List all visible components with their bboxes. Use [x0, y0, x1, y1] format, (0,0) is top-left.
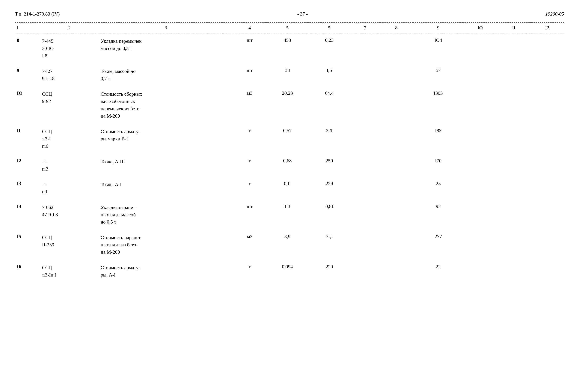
row-price: 64,4 — [308, 87, 350, 123]
row-price: I,5 — [308, 64, 350, 86]
table-header-row: I 2 3 4 5 5 7 8 9 IO II I2 — [15, 23, 564, 33]
row-id: 8 — [15, 34, 40, 63]
row-code: -"-п.I — [40, 177, 99, 199]
row-total: 277 — [413, 230, 463, 259]
row-total: 57 — [413, 64, 463, 86]
row-col12 — [530, 200, 564, 229]
row-code: ССЦII-239 — [40, 230, 99, 259]
row-id: I4 — [15, 200, 40, 229]
table-row: I47-66247-9-I.8Укладка парапет-ных плит … — [15, 200, 564, 229]
row-col8 — [380, 124, 413, 153]
row-col8 — [380, 155, 413, 176]
row-qty: 20,23 — [266, 87, 308, 123]
row-price: 229 — [308, 177, 350, 199]
row-col8 — [380, 34, 413, 63]
row-unit: т — [233, 124, 266, 153]
table-row: 87-44530-IOI.8Укладка перемычекмассой до… — [15, 34, 564, 63]
row-id: I6 — [15, 261, 40, 282]
row-col10 — [463, 261, 497, 282]
main-table: I 2 3 4 5 5 7 8 9 IO II I2 87-44530-IOI.… — [15, 22, 564, 282]
row-col10 — [463, 87, 497, 123]
row-col8 — [380, 261, 413, 282]
row-col8 — [380, 64, 413, 86]
row-qty: 38 — [266, 64, 308, 86]
header-title-left: Т.п. 214-1-270.83 (IV) — [15, 11, 60, 17]
row-col10 — [463, 34, 497, 63]
row-unit: т — [233, 177, 266, 199]
col-header-6: 5 — [308, 23, 350, 33]
row-total: I70 — [413, 155, 463, 176]
table-row: IIССЦт.3-Iп.6Стоимость армату-ры марки В… — [15, 124, 564, 153]
table-row: 97-I279-I-I.8То же, массой до0,7 тшт38I,… — [15, 64, 564, 86]
row-spacer — [15, 199, 564, 200]
row-spacer — [15, 86, 564, 87]
row-id: I3 — [15, 177, 40, 199]
row-code: ССЦт.3-Iп.I — [40, 261, 99, 282]
row-total: 25 — [413, 177, 463, 199]
row-unit: шт — [233, 64, 266, 86]
row-price: 0,8I — [308, 200, 350, 229]
row-unit: шт — [233, 200, 266, 229]
row-code: ССЦт.3-Iп.6 — [40, 124, 99, 153]
row-col7 — [350, 87, 380, 123]
row-description: То же, массой до0,7 т — [99, 64, 233, 86]
col-header-7: 7 — [350, 23, 380, 33]
row-col12 — [530, 64, 564, 86]
header-title-center: - 37 - — [297, 11, 308, 17]
row-col10 — [463, 177, 497, 199]
row-col7 — [350, 155, 380, 176]
row-col11 — [497, 177, 530, 199]
row-col11 — [497, 230, 530, 259]
row-description: Стоимость парапет-ных плит из бето-на М-… — [99, 230, 233, 259]
row-spacer — [15, 63, 564, 64]
row-id: II — [15, 124, 40, 153]
row-price: 250 — [308, 155, 350, 176]
col-header-12: I2 — [530, 23, 564, 33]
row-total: 92 — [413, 200, 463, 229]
row-col11 — [497, 87, 530, 123]
row-unit: т — [233, 155, 266, 176]
row-col7 — [350, 230, 380, 259]
row-price: 0,23 — [308, 34, 350, 63]
row-qty: 0,II — [266, 177, 308, 199]
col-header-2: 2 — [40, 23, 99, 33]
row-description: Стоимость армату-ры, А-I — [99, 261, 233, 282]
header-title-right: 19200-05 — [545, 11, 564, 17]
row-code: 7-44530-IOI.8 — [40, 34, 99, 63]
row-code: -"-п.3 — [40, 155, 99, 176]
row-price: 7I,I — [308, 230, 350, 259]
row-qty: 0,57 — [266, 124, 308, 153]
row-unit: шт — [233, 34, 266, 63]
row-unit: м3 — [233, 87, 266, 123]
row-id: I2 — [15, 155, 40, 176]
row-col10 — [463, 230, 497, 259]
row-unit: т — [233, 261, 266, 282]
table-row: I6ССЦт.3-Iп.IСтоимость армату-ры, А-Iт0,… — [15, 261, 564, 282]
col-header-3: 3 — [99, 23, 233, 33]
row-col7 — [350, 64, 380, 86]
row-id: IO — [15, 87, 40, 123]
row-id: I5 — [15, 230, 40, 259]
row-col7 — [350, 261, 380, 282]
row-description: То же, А-I — [99, 177, 233, 199]
row-price: 229 — [308, 261, 350, 282]
row-col12 — [530, 230, 564, 259]
row-col12 — [530, 177, 564, 199]
row-spacer — [15, 259, 564, 261]
row-description: Стоимость армату-ры марки В-I — [99, 124, 233, 153]
row-col10 — [463, 200, 497, 229]
row-col12 — [530, 155, 564, 176]
row-col10 — [463, 155, 497, 176]
row-col11 — [497, 64, 530, 86]
row-spacer — [15, 176, 564, 177]
row-col11 — [497, 124, 530, 153]
row-total: IO4 — [413, 34, 463, 63]
row-col7 — [350, 34, 380, 63]
row-col12 — [530, 124, 564, 153]
row-spacer — [15, 123, 564, 124]
row-description: Укладка перемычекмассой до 0,3 т — [99, 34, 233, 63]
col-header-10: IO — [463, 23, 497, 33]
row-col8 — [380, 177, 413, 199]
col-header-4: 4 — [233, 23, 266, 33]
col-header-5: 5 — [266, 23, 308, 33]
